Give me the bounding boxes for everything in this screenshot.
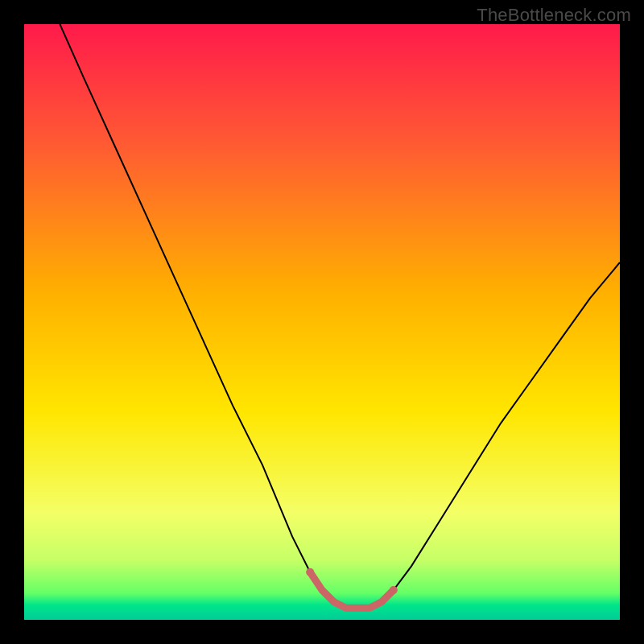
watermark-text: TheBottleneck.com	[477, 5, 631, 26]
gradient-background	[24, 24, 620, 620]
bottleneck-chart	[24, 24, 620, 620]
highlight-start-dot	[306, 568, 314, 576]
highlight-end-dot	[390, 586, 398, 594]
plot-area	[24, 24, 620, 620]
chart-frame: TheBottleneck.com	[0, 0, 644, 644]
